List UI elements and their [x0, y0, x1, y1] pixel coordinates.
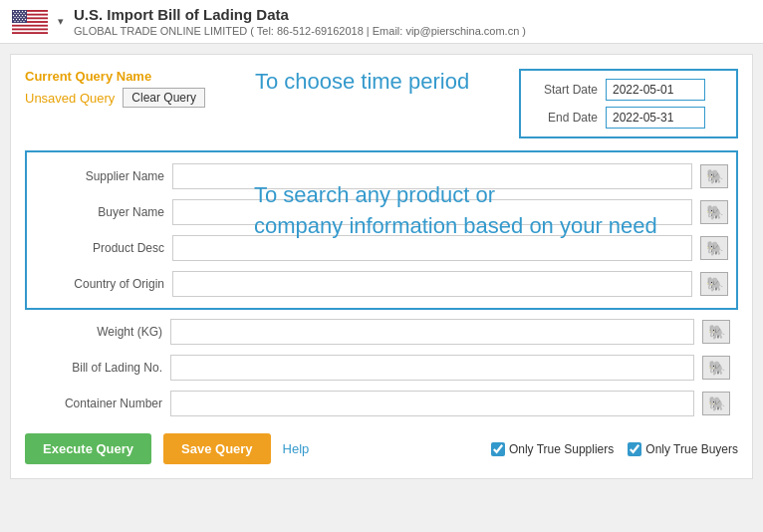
weight-row: Weight (KG) 🐘: [25, 314, 738, 350]
svg-point-12: [25, 10, 26, 11]
svg-point-10: [19, 10, 20, 11]
product-desc-icon-btn[interactable]: 🐘: [700, 236, 728, 260]
bol-row: Bill of Lading No. 🐘: [25, 350, 738, 386]
weight-input[interactable]: [170, 319, 694, 345]
end-date-input[interactable]: [606, 107, 705, 129]
current-query-label: Current Query Name: [25, 69, 205, 84]
app-title: U.S. Import Bill of Lading Data: [74, 6, 526, 23]
country-origin-icon-btn[interactable]: 🐘: [700, 272, 728, 296]
start-date-input[interactable]: [606, 79, 705, 101]
svg-point-29: [22, 18, 23, 19]
elephant-icon-5: 🐘: [708, 324, 725, 340]
only-true-suppliers-checkbox[interactable]: [491, 442, 505, 456]
svg-point-24: [20, 16, 21, 17]
svg-point-26: [13, 18, 14, 19]
svg-point-30: [25, 18, 26, 19]
supplier-name-input[interactable]: [172, 163, 692, 189]
dropdown-arrow-icon[interactable]: ▾: [58, 15, 64, 28]
svg-point-18: [16, 14, 17, 15]
unsaved-query-row: Unsaved Query Clear Query: [25, 88, 205, 108]
top-section: Current Query Name Unsaved Query Clear Q…: [25, 69, 738, 138]
supplier-name-label: Supplier Name: [35, 169, 164, 183]
svg-point-13: [14, 12, 15, 13]
query-name-section: Current Query Name Unsaved Query Clear Q…: [25, 69, 205, 108]
bol-label: Bill of Lading No.: [33, 361, 162, 375]
bottom-bar: Execute Query Save Query Help Only True …: [25, 433, 738, 464]
country-origin-input[interactable]: [172, 271, 692, 297]
elephant-icon: 🐘: [706, 168, 723, 184]
svg-point-21: [25, 14, 26, 15]
boxed-fields: Supplier Name 🐘 Buyer Name 🐘 Product Des…: [25, 150, 738, 310]
checkboxes-section: Only True Suppliers Only True Buyers: [491, 442, 738, 456]
svg-point-32: [17, 20, 18, 21]
svg-point-17: [13, 14, 14, 15]
container-label: Container Number: [33, 397, 162, 410]
svg-point-9: [16, 10, 17, 11]
start-date-label: Start Date: [533, 83, 598, 97]
elephant-icon-7: 🐘: [708, 396, 725, 411]
svg-point-16: [23, 12, 24, 13]
buyer-name-label: Buyer Name: [35, 205, 164, 219]
svg-rect-4: [12, 22, 48, 24]
clear-query-button[interactable]: Clear Query: [123, 88, 205, 108]
container-row: Container Number 🐘: [25, 386, 738, 421]
only-true-buyers-checkbox-label[interactable]: Only True Buyers: [628, 442, 738, 456]
header-text-block: U.S. Import Bill of Lading Data GLOBAL T…: [74, 6, 526, 37]
bol-input[interactable]: [170, 355, 694, 381]
elephant-icon-2: 🐘: [706, 204, 723, 220]
weight-icon-btn[interactable]: 🐘: [702, 320, 730, 344]
time-period-label: To choose time period: [205, 69, 519, 95]
svg-point-28: [19, 18, 20, 19]
svg-point-27: [16, 18, 17, 19]
svg-point-8: [13, 10, 14, 11]
save-query-button[interactable]: Save Query: [163, 433, 271, 464]
end-date-row: End Date: [533, 107, 724, 129]
plain-fields: Weight (KG) 🐘 Bill of Lading No. 🐘 Conta…: [25, 314, 738, 421]
buyer-name-icon-btn[interactable]: 🐘: [700, 200, 728, 224]
svg-rect-6: [12, 30, 48, 32]
buyer-name-input[interactable]: [172, 199, 692, 225]
start-date-row: Start Date: [533, 79, 724, 101]
svg-point-34: [23, 20, 24, 21]
only-true-buyers-checkbox[interactable]: [628, 442, 641, 456]
only-true-suppliers-text: Only True Suppliers: [509, 442, 614, 456]
svg-rect-5: [12, 26, 48, 28]
container-icon-btn[interactable]: 🐘: [702, 392, 730, 415]
supplier-name-icon-btn[interactable]: 🐘: [700, 164, 728, 188]
app-subtitle: GLOBAL TRADE ONLINE LIMITED ( Tel: 86-51…: [74, 25, 526, 37]
svg-point-14: [17, 12, 18, 13]
search-fields: To search any product or company informa…: [25, 150, 738, 421]
end-date-label: End Date: [533, 111, 598, 125]
svg-point-23: [17, 16, 18, 17]
svg-point-22: [14, 16, 15, 17]
svg-point-33: [20, 20, 21, 21]
svg-point-20: [22, 14, 23, 15]
product-desc-input[interactable]: [172, 235, 692, 261]
help-link[interactable]: Help: [283, 441, 310, 456]
svg-point-19: [19, 14, 20, 15]
svg-point-31: [14, 20, 15, 21]
date-section: Start Date End Date: [519, 69, 738, 138]
supplier-name-row: Supplier Name 🐘: [27, 158, 736, 194]
execute-query-button[interactable]: Execute Query: [25, 433, 151, 464]
app-header: ▾ U.S. Import Bill of Lading Data GLOBAL…: [0, 0, 763, 44]
main-content: Current Query Name Unsaved Query Clear Q…: [10, 54, 753, 479]
container-input[interactable]: [170, 391, 694, 416]
elephant-icon-3: 🐘: [706, 240, 723, 256]
us-flag-icon: [12, 10, 48, 34]
weight-label: Weight (KG): [33, 325, 162, 339]
country-origin-label: Country of Origin: [35, 277, 164, 291]
buyer-name-row: Buyer Name 🐘: [27, 194, 736, 230]
only-true-buyers-text: Only True Buyers: [645, 442, 738, 456]
unsaved-query-text: Unsaved Query: [25, 91, 115, 106]
product-desc-label: Product Desc: [35, 241, 164, 255]
product-desc-row: Product Desc 🐘: [27, 230, 736, 266]
elephant-icon-4: 🐘: [706, 276, 723, 292]
svg-point-25: [23, 16, 24, 17]
bol-icon-btn[interactable]: 🐘: [702, 356, 730, 380]
only-true-suppliers-checkbox-label[interactable]: Only True Suppliers: [491, 442, 614, 456]
elephant-icon-6: 🐘: [708, 360, 725, 376]
country-origin-row: Country of Origin 🐘: [27, 266, 736, 302]
svg-point-11: [22, 10, 23, 11]
svg-point-15: [20, 12, 21, 13]
